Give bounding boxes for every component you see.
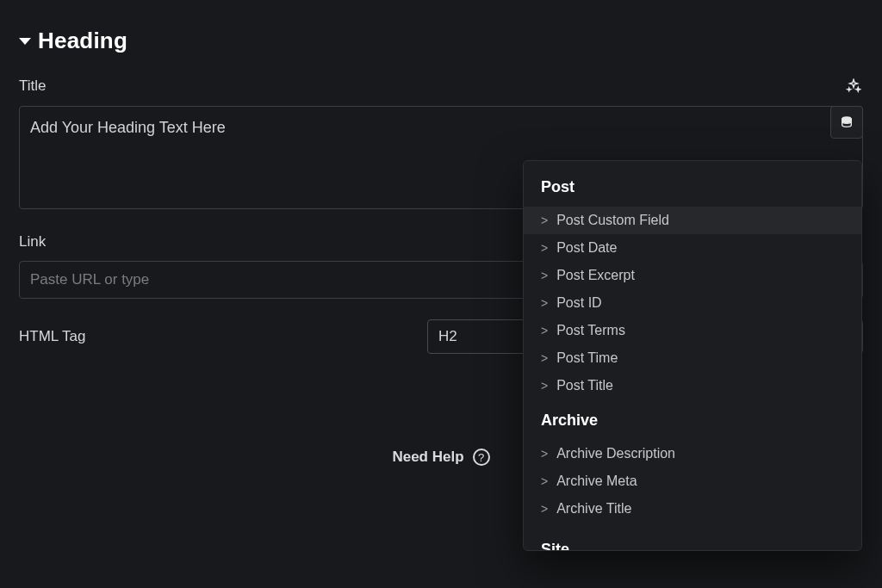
dropdown-item-label: Post Title (556, 378, 613, 393)
dropdown-item-post-date[interactable]: >Post Date (524, 234, 861, 262)
dropdown-item-post-time[interactable]: >Post Time (524, 344, 861, 372)
title-label: Title (19, 77, 47, 95)
question-circle-icon: ? (473, 449, 490, 466)
dropdown-item-post-terms[interactable]: >Post Terms (524, 317, 861, 344)
caret-down-icon (19, 38, 31, 45)
chevron-right-icon: > (541, 241, 548, 255)
database-icon (840, 115, 854, 129)
dropdown-item-archive-meta[interactable]: >Archive Meta (524, 467, 861, 495)
dropdown-item-label: Post ID (556, 295, 601, 311)
dropdown-group-site: Site (524, 535, 861, 550)
dropdown-item-label: Post Terms (556, 323, 625, 338)
dropdown-item-label: Post Custom Field (556, 213, 669, 228)
chevron-right-icon: > (541, 379, 548, 393)
ai-sparkle-button[interactable] (844, 77, 863, 96)
chevron-right-icon: > (541, 269, 548, 282)
link-label: Link (19, 233, 46, 251)
dropdown-item-post-id[interactable]: >Post ID (524, 289, 861, 317)
dropdown-item-label: Post Date (556, 240, 617, 256)
chevron-right-icon: > (541, 296, 548, 310)
dropdown-group-post: Post (524, 178, 861, 207)
htmltag-selected-value: H2 (438, 328, 457, 345)
chevron-right-icon: > (541, 324, 548, 337)
dropdown-item-label: Archive Meta (556, 473, 637, 489)
dropdown-item-archive-description[interactable]: >Archive Description (524, 440, 861, 467)
dropdown-item-post-custom-field[interactable]: >Post Custom Field (524, 207, 861, 234)
dropdown-item-label: Archive Title (556, 501, 631, 517)
htmltag-label: HTML Tag (19, 328, 85, 345)
sparkles-icon (846, 78, 861, 94)
need-help-text: Need Help (392, 449, 463, 466)
dropdown-item-post-excerpt[interactable]: >Post Excerpt (524, 262, 861, 289)
chevron-right-icon: > (541, 502, 548, 516)
dropdown-group-archive: Archive (524, 412, 861, 440)
dropdown-item-post-title[interactable]: >Post Title (524, 372, 861, 399)
dynamic-tags-panel: Post >Post Custom Field >Post Date >Post… (523, 160, 862, 551)
title-field-header: Title (19, 77, 863, 96)
chevron-right-icon: > (541, 474, 548, 488)
dropdown-item-label: Post Time (556, 350, 618, 366)
dropdown-item-label: Post Excerpt (556, 268, 635, 283)
section-header[interactable]: Heading (19, 28, 863, 54)
chevron-right-icon: > (541, 214, 548, 227)
chevron-right-icon: > (541, 447, 548, 461)
dynamic-tags-button[interactable] (830, 106, 863, 139)
dropdown-item-label: Archive Description (556, 446, 675, 461)
section-title: Heading (38, 28, 127, 54)
chevron-right-icon: > (541, 351, 548, 365)
dropdown-item-archive-title[interactable]: >Archive Title (524, 495, 861, 523)
